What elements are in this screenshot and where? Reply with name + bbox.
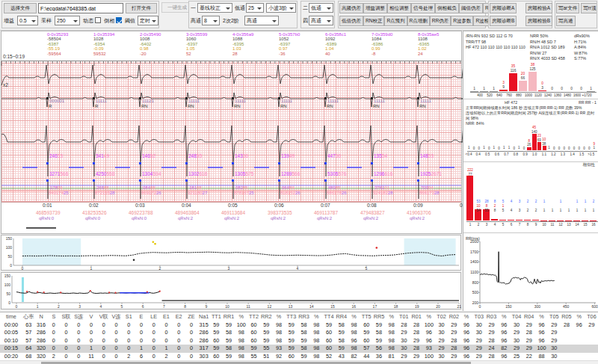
process-button-0[interactable]: 高频伪差 <box>339 3 363 13</box>
hist3-num-5-2: 4 <box>508 209 515 212</box>
file-path-input[interactable] <box>38 3 123 13</box>
cell: 60 <box>323 329 336 336</box>
cell: 29 <box>523 321 535 329</box>
gain-select[interactable]: 0.5 <box>17 16 38 25</box>
cell: 29 <box>485 329 498 336</box>
process-button-r2-0[interactable]: 低值伪差 <box>339 16 363 26</box>
table-row-0[interactable]: 00:0063316000000000000315595910060599859… <box>0 321 598 329</box>
process-button-r2-3[interactable]: R点增删 <box>407 16 430 26</box>
col-header-27: % <box>348 312 360 321</box>
cell: 28 <box>485 353 498 360</box>
cell: 98 <box>310 353 323 360</box>
write-button-1[interactable]: 写rr顶点数 <box>581 3 597 13</box>
beat-header-6: 6-0x358c11092-63891.0440 <box>325 32 369 56</box>
process-button-2[interactable]: 相位调整 <box>387 3 411 13</box>
process-button-r2-1[interactable]: RN校正 <box>363 16 384 26</box>
beat-qrsn-5: qRsN:2 <box>271 216 286 220</box>
beat-header-3: 3-0x355991060-63971.0552 <box>186 32 229 56</box>
svg-text:100: 100 <box>6 245 13 250</box>
ecg-analyzer-window: 选择文件 打开文件 增益 0.5 采样 250 动态 倒相 阈值 定时 一键生成… <box>0 0 598 364</box>
cell: 58 <box>298 345 310 352</box>
col-header-15: Na1 <box>197 312 210 321</box>
process-button-r2-2[interactable]: R点预判 <box>384 16 407 26</box>
table-row-4[interactable]: 00:2068320200110026020030360599855519260… <box>0 353 598 360</box>
cell: 96 <box>535 329 548 336</box>
dynamic-checkbox[interactable] <box>95 17 101 23</box>
hist1-bar-5 <box>519 81 527 91</box>
table-row-3[interactable]: 00:1564320000100010100317595898595593595… <box>0 345 598 352</box>
cell: 0 <box>123 329 135 336</box>
hist1-count-12: 1 <box>587 87 595 90</box>
cell: 29 <box>472 353 485 360</box>
time-label-4: 0:05 <box>228 203 238 208</box>
cell: 28 <box>485 337 498 345</box>
process-button-3[interactable]: 信号处理 <box>411 3 435 13</box>
ecg-grid[interactable] <box>1 61 461 203</box>
cell: 0 <box>110 321 123 329</box>
open-file-button[interactable]: 打开文件 <box>126 3 157 13</box>
select-file-button[interactable]: 选择文件 <box>4 3 37 13</box>
wavelet-select[interactable]: 小波3阶 <box>266 3 296 13</box>
ecg-mini-scrollbar[interactable] <box>26 227 56 229</box>
lowpass-select[interactable]: 25 <box>246 3 264 13</box>
cell: 29 <box>472 345 485 352</box>
cell: 28 <box>523 329 535 336</box>
hr-trend-strip-2[interactable]: 1501005000123456789101112131415161718192… <box>1 272 461 309</box>
beat-header-4: 4-0x356a91088-63951.0328 <box>232 32 276 56</box>
hist2-count-0: 1 <box>466 146 472 149</box>
hist3-num-4-2: 5 <box>499 209 507 212</box>
hist3-num-13-0: 1 <box>573 200 581 203</box>
process-button-r2-5[interactable]: R波参数 <box>451 16 473 26</box>
cell: 58 <box>298 329 310 336</box>
af-button-1[interactable]: 房颤检验A <box>525 3 552 13</box>
dynamic-label: 动态 <box>83 17 93 25</box>
process-button-1[interactable]: 增益调整 <box>363 3 387 13</box>
sample-select[interactable]: 250 <box>55 16 80 25</box>
hist2-count-24: 0 <box>587 146 592 150</box>
hist1-label-11: +1720 <box>580 93 594 97</box>
svg-text:1700: 1700 <box>470 250 478 254</box>
cell: 29 <box>398 329 410 336</box>
col-header-30: % <box>385 312 398 321</box>
time-label-1: 0:02 <box>89 203 99 208</box>
table-h-scrollbar[interactable] <box>0 360 598 364</box>
highpass-select[interactable]: 8 <box>202 16 220 25</box>
cell: 57 <box>22 337 35 345</box>
cell: 58 <box>223 329 235 336</box>
col-header-5: S连 <box>73 312 85 321</box>
ch4-highpass-select[interactable]: 高通 <box>309 16 333 25</box>
timer-select[interactable]: 定时 <box>138 16 158 25</box>
highpass2-select[interactable]: 高通 <box>244 16 279 25</box>
ecg-main-panel[interactable]: 0-0x35293-58504-6387-55.19-595641-0x3539… <box>1 31 462 234</box>
cell: 0 <box>47 321 60 329</box>
channel-4-label: 四 <box>303 17 308 25</box>
cell: 0 <box>173 321 185 329</box>
write-button-b-0[interactable]: 写高通 <box>556 16 576 26</box>
cell: 29 <box>410 337 423 345</box>
cell: 96 <box>573 321 585 329</box>
af-button-b-1[interactable]: 房颤检验B <box>525 16 552 26</box>
cell: 29 <box>585 321 598 329</box>
cell: 0 <box>110 329 123 336</box>
hist1-bar-6 <box>528 72 537 91</box>
process-button-r2-4[interactable]: RR伪差 <box>430 16 451 26</box>
cell: 0 <box>123 345 135 352</box>
table-row-1[interactable]: 00:0557286000000000000286595898605998595… <box>0 329 598 336</box>
baseline-select[interactable]: 基线校正 <box>197 3 232 13</box>
svg-text:16: 16 <box>351 304 356 309</box>
hr-trend-strip-1[interactable]: 150100500012345 <box>1 235 461 271</box>
svg-text:2: 2 <box>58 304 60 309</box>
invert-checkbox[interactable] <box>116 17 122 23</box>
cell: 96 <box>348 337 360 345</box>
hist2-red-25: 9 <box>592 142 597 146</box>
table-row-2[interactable]: 00:1057286000000000000286605998605998595… <box>0 337 598 345</box>
cell: 60 <box>247 321 260 329</box>
hist3-bar-5 <box>508 220 514 220</box>
af-button-0[interactable]: 房颤诊断A <box>490 3 517 13</box>
process-button-5[interactable]: 阈值伪差 <box>459 3 483 13</box>
write-button-0[interactable]: 写ar文件 <box>556 3 579 13</box>
af-group: 房颤诊断A房颤检验A 房颤诊断B房颤检验B <box>488 1 552 28</box>
ch2-lowpass-select[interactable]: 低通 <box>309 3 333 13</box>
process-button-4[interactable]: 倒相截负 <box>435 3 459 13</box>
af-button-b-0[interactable]: 房颤诊断B <box>490 16 517 26</box>
